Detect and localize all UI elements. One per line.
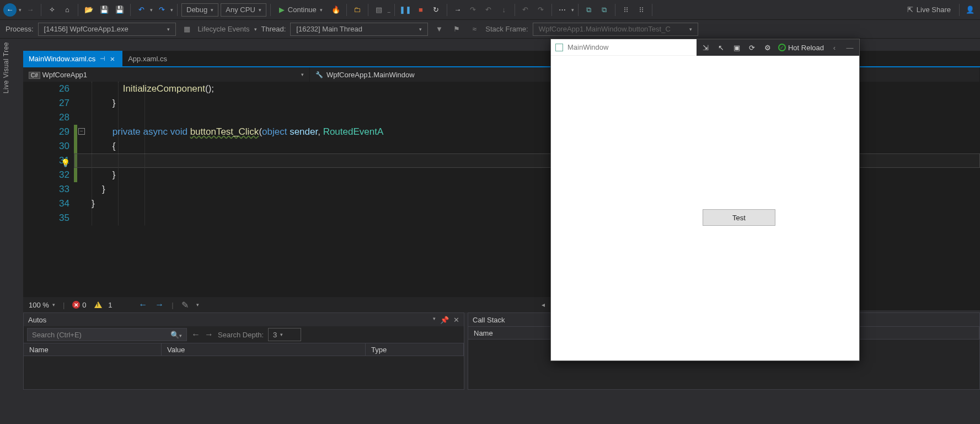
step-over-icon[interactable]: ↷ [467,3,480,17]
test-button[interactable]: Test [703,209,775,226]
settings-icon[interactable]: ⚙ [763,43,773,52]
thread-dropdown[interactable]: [16232] Main Thread▾ [290,23,428,36]
nav-forward-button[interactable]: → [24,3,37,17]
fold-toggle-icon[interactable]: − [78,128,85,135]
app-titlebar[interactable]: MainWindow ⇲ ↖ ▣ ⟳ ⚙ ✓ Hot Reload ‹ — [551,39,859,56]
zoom-dropdown[interactable]: 100 %▾ [29,301,55,309]
tab-label: MainWindow.xaml.cs [29,55,95,63]
search-next-icon[interactable]: → [205,330,213,340]
new-item-icon[interactable]: ✧ [45,3,58,17]
track-focus-icon[interactable]: ⟳ [747,43,757,52]
col-type[interactable]: Type [366,343,464,356]
nav-back-button[interactable]: ← [3,3,17,17]
lifecycle-label[interactable]: Lifecycle Events [198,25,250,33]
account-icon[interactable]: 👤 [963,3,977,17]
process-dropdown[interactable]: [14156] WpfCoreApp1.exe▾ [38,23,176,36]
browse-icon[interactable]: 🗀 [351,3,364,17]
filter-icon[interactable]: ▼ [432,23,446,36]
thread-label: Thread: [261,25,286,33]
process-label: Process: [6,25,34,33]
pause-icon[interactable]: ❚❚ [399,3,412,17]
pin-icon[interactable]: 📌 [440,316,449,324]
search-prev-icon[interactable]: ← [191,330,200,340]
step-out-icon[interactable]: ↶ [482,3,495,17]
goto-live-tree-icon[interactable]: ⇲ [701,43,711,52]
lifecycle-icon[interactable]: ▦ [180,23,194,36]
collapse-icon[interactable]: ‹ [829,43,839,52]
tab-appxaml[interactable]: App.xaml.cs [122,51,175,66]
app-window-icon [555,44,563,51]
continue-button[interactable]: ▶Continue▾ [275,3,327,17]
step-into-icon[interactable]: → [451,3,464,17]
config-dropdown[interactable]: Debug▾ [181,3,218,17]
lightbulb-icon[interactable]: 💡 [61,156,69,165]
misc-icon[interactable]: ⋯ [556,3,569,17]
redo-dropdown-icon[interactable]: ▾ [170,7,173,13]
layout1-icon[interactable]: ⧉ [582,3,596,17]
errors-count[interactable]: ✕0 [72,301,86,309]
scroll-left-icon[interactable]: ◂ [542,301,545,309]
minimize-icon[interactable]: — [845,43,855,52]
csharp-badge-icon: C# [29,72,40,79]
autos-panel: Autos ▾📌✕ Search (Ctrl+E) 🔍▾ ← → Search … [23,312,464,390]
left-tool-rail: Live Visual Tree [0,39,12,105]
app-client-area: Test [551,56,859,361]
main-toolbar: ← ▾ → ✧ ⌂ 📂 💾 💾 ↶ ▾ ↷ ▾ Debug▾ Any CPU▾ … [0,0,980,20]
nav-back-dropdown-icon[interactable]: ▾ [19,7,22,13]
select-element-icon[interactable]: ↖ [716,43,726,52]
flag-icon[interactable]: ⚑ [450,23,463,36]
running-app-window: MainWindow ⇲ ↖ ▣ ⟳ ⚙ ✓ Hot Reload ‹ — Te… [550,39,860,361]
stackframe-dropdown[interactable]: WpfCoreApp1.MainWindow.buttonTest_C▾ [533,23,698,36]
layout2-icon[interactable]: ⧉ [598,3,611,17]
autos-title: Autos [28,316,46,324]
redo-icon[interactable]: ↷ [155,3,168,17]
step-icon[interactable]: ↓ [497,3,511,17]
undo-dropdown-icon[interactable]: ▾ [150,7,153,13]
nav-right-icon[interactable]: → [155,300,164,310]
undo2-icon[interactable]: ↶ [519,3,532,17]
editor-statusbar: 100 %▾ | ✕0 1 ← → | ✎▾ ◂ [23,297,550,312]
open-icon[interactable]: 📂 [82,3,95,17]
autos-search-input[interactable]: Search (Ctrl+E) 🔍▾ [27,328,187,341]
brush-icon[interactable]: ✎ [181,300,189,310]
hot-reload-icon[interactable]: 🔥 [329,3,342,17]
platform-dropdown[interactable]: Any CPU▾ [221,3,266,17]
debug-bar: Process: [14156] WpfCoreApp1.exe▾ ▦ Life… [0,20,980,39]
save-all-icon[interactable]: 💾 [113,3,126,17]
threads-icon[interactable]: ≈ [468,23,481,36]
callstack-title: Call Stack [473,316,505,324]
live-share-button[interactable]: ⇱Live Share [903,3,955,17]
display-layout-icon[interactable]: ▣ [732,43,742,52]
undo-icon[interactable]: ↶ [135,3,148,17]
stackframe-label: Stack Frame: [485,25,528,33]
close-icon[interactable]: × [110,54,115,63]
close-icon[interactable]: ✕ [453,316,459,324]
panel-dropdown-icon[interactable]: ▾ [433,316,436,324]
stop-icon[interactable]: ■ [414,3,427,17]
pin-icon[interactable]: ⊣ [100,55,105,62]
live-visual-tree-tab[interactable]: Live Visual Tree [2,42,10,93]
line-gutter: 262728 293031 323334 35 [23,82,74,225]
bc-project[interactable]: C# WpfCoreApp1 ▾ [23,67,310,82]
search-depth-dropdown[interactable]: 3▾ [268,328,301,341]
uncomment-icon[interactable]: ⁝⁝ [635,3,648,17]
restart-icon[interactable]: ↻ [430,3,443,17]
tab-label: App.xaml.cs [128,55,167,63]
home-icon[interactable]: ⌂ [61,3,74,17]
search-icon[interactable]: 🔍 [170,331,179,339]
in-app-debug-toolbar: ⇲ ↖ ▣ ⟳ ⚙ ✓ Hot Reload ‹ — [697,39,859,56]
image-icon[interactable]: ▧ [372,3,385,17]
comment-icon[interactable]: ⁝⁝ [619,3,633,17]
app-title: MainWindow [567,43,608,51]
save-icon[interactable]: 💾 [98,3,111,17]
nav-left-icon[interactable]: ← [138,300,147,310]
hot-reload-indicator[interactable]: ✓ Hot Reload [778,44,824,52]
redo2-icon[interactable]: ↷ [534,3,548,17]
col-value[interactable]: Value [162,343,366,356]
tab-mainwindow[interactable]: MainWindow.xaml.cs ⊣ × [23,51,122,66]
col-name[interactable]: Name [24,343,162,356]
search-depth-label: Search Depth: [218,331,264,339]
warnings-count[interactable]: 1 [94,301,113,309]
